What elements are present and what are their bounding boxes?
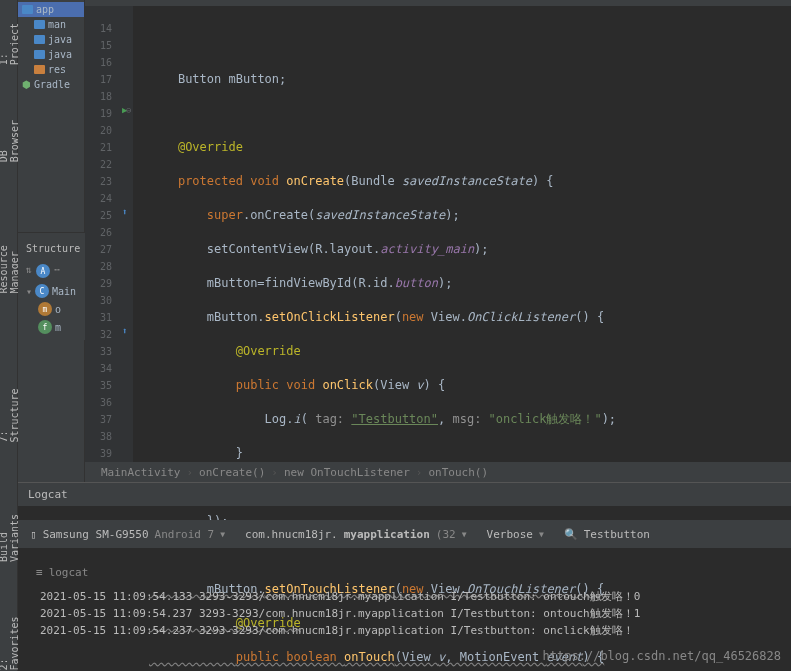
code-text: ) { [532,174,554,188]
device-label: Samsung SM-G9550 [43,528,149,541]
toolbar-db-browser[interactable]: DB Browser [0,105,20,162]
logcat-icon: ≡ [36,566,43,579]
breadcrumb-item[interactable]: new OnTouchListener [284,466,410,479]
tree-label: java [48,34,72,45]
level-label: Verbose [487,528,533,541]
code-text: ); [445,208,459,222]
tree-item-java[interactable]: java [18,32,84,47]
tree-label: res [48,64,66,75]
breadcrumb: MainActivity› onCreate()› new OnTouchLis… [85,462,791,482]
structure-panel[interactable]: Structure ⇅A⋯ ▾CMain mo fm [18,232,85,340]
line-gutter: 1415161718192021222324252627282930313233… [85,6,120,462]
code-text: () { [575,310,604,324]
code-text: activity_main [380,242,474,256]
override-icon[interactable]: ⬆ [122,207,127,217]
code-text: , MotionEvent [445,650,546,664]
phone-icon: ▯ [30,528,37,541]
breadcrumb-item[interactable]: onCreate() [199,466,265,479]
logcat-title: Logcat [28,488,68,501]
method-icon: m [38,302,52,316]
az-icon[interactable]: A [36,264,50,278]
tree-label: java [48,49,72,60]
toolbar-structure[interactable]: 7: Structure [0,374,20,443]
code-text: ) { [424,378,446,392]
field-icon: f [38,320,52,334]
folder-icon [34,20,45,29]
tree-item-man[interactable]: man [18,17,84,32]
code-text: ); [474,242,488,256]
code-text: new [402,310,431,324]
logcat-header[interactable]: Logcat [18,482,791,506]
chevron-down-icon: ▼ [462,530,467,539]
gutter-icons: ▶ ⊖ ⬆ ⬆ [120,6,133,462]
code-text: @Override [236,344,301,358]
breadcrumb-item[interactable]: MainActivity [101,466,180,479]
tree-label: man [48,19,66,30]
folder-icon [34,50,45,59]
tree-label: app [36,4,54,15]
structure-class[interactable]: ▾CMain [22,282,81,300]
left-toolbar: 1: Project DB Browser Resource Manager 7… [0,0,18,671]
process-num: (32 [436,528,456,541]
structure-field[interactable]: fm [22,318,81,336]
log-line: 2021-05-15 11:09:54.133 3293-3293/com.hn… [40,588,791,605]
code-text: setContentView(R.layout. [207,242,380,256]
code-text: @Override [178,140,243,154]
code-text: onTouch [344,650,395,664]
code-text: savedInstanceState [315,208,445,222]
structure-method[interactable]: mo [22,300,81,318]
code-text: ( [301,412,315,426]
chevron-icon: › [186,466,193,479]
android-label: Android 7 [155,528,215,541]
structure-title: Structure [22,237,81,260]
class-icon: C [35,284,49,298]
code-text: super [207,208,243,222]
code-text: ( [395,310,402,324]
code-text: ); [438,276,452,290]
code-text: mButton=findViewById(R.id. [207,276,395,290]
level-dropdown[interactable]: Verbose▼ [487,528,544,541]
folder-icon [22,5,33,14]
logcat-toolbar: ▯Samsung SM-G9550 Android 7▼ com.hnucm18… [18,520,791,548]
code-text: savedInstanceState [402,174,532,188]
chevron-down-icon: ▼ [539,530,544,539]
structure-label: m [55,322,61,333]
more-icon[interactable]: ⋯ [54,264,60,278]
logcat-sub-label: logcat [49,566,89,579]
tree-item-app[interactable]: app [18,2,84,17]
code-text: , [438,412,452,426]
log-line: 2021-05-15 11:09:54.237 3293-3293/com.hn… [40,605,791,622]
override-icon[interactable]: ⬆ [122,326,127,336]
code-text: (View [373,378,416,392]
code-editor[interactable]: Button mButton; @Override protected void… [133,6,791,462]
structure-label: Main [52,286,76,297]
folder-icon [34,65,45,74]
logcat-subheader[interactable]: ≡logcat [18,562,791,582]
code-text: mButton. [207,310,265,324]
filter-text: Testbutton [584,528,650,541]
breadcrumb-item[interactable]: onTouch() [428,466,488,479]
tree-item-gradle[interactable]: ⬢Gradle [18,77,84,92]
toolbar-build-variants[interactable]: Build Variants [0,482,20,562]
code-text: Log. [265,412,294,426]
code-text: setOnClickListener [265,310,395,324]
code-text: (Bundle [344,174,402,188]
code-text: View. [431,310,467,324]
code-text: tag: [315,412,351,426]
fold-icon[interactable]: ⊖ [126,105,131,115]
chevron-icon: › [416,466,423,479]
process-dropdown[interactable]: com.hnucm18jr.myapplication (32▼ [245,528,467,541]
logcat-output[interactable]: 2021-05-15 11:09:54.133 3293-3293/com.hn… [40,588,791,639]
sort-icon[interactable]: ⇅ [26,264,32,278]
code-text: onClick [322,378,373,392]
tree-item-res[interactable]: res [18,62,84,77]
toolbar-favorites[interactable]: 2: Favorites [0,602,20,671]
code-text: Button [178,72,221,86]
code-text: OnClickListener [467,310,575,324]
device-dropdown[interactable]: ▯Samsung SM-G9550 Android 7▼ [30,528,225,541]
watermark: https://blog.csdn.net/qq_46526828 [543,649,781,663]
filter-input[interactable]: 🔍Testbutton [564,528,650,541]
toolbar-project[interactable]: 1: Project [0,8,20,65]
tree-item-java2[interactable]: java [18,47,84,62]
toolbar-resource-manager[interactable]: Resource Manager [0,202,20,293]
